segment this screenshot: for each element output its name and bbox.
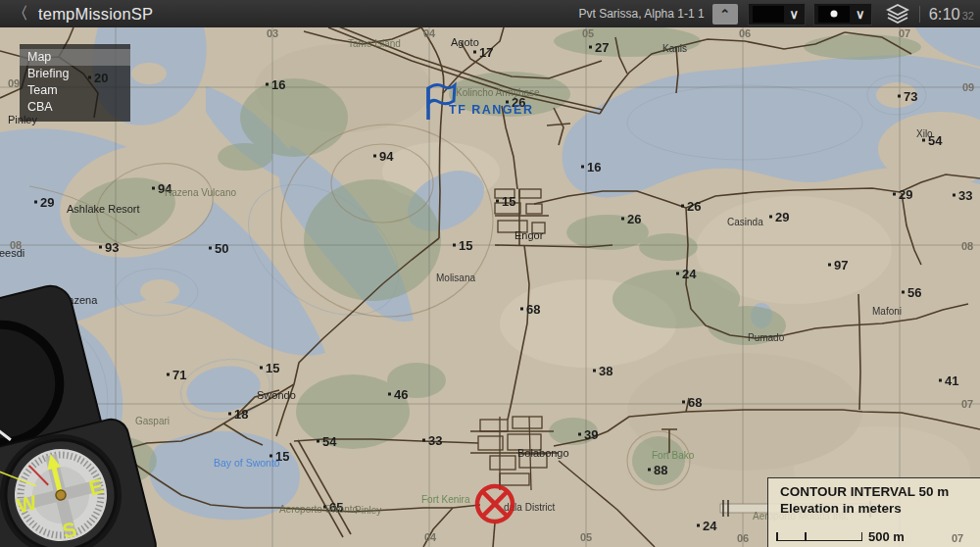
channel-swatch [753, 6, 784, 23]
chevron-down-icon: ∨ [790, 7, 800, 22]
dot-icon [831, 11, 838, 18]
menu-item-cba[interactable]: CBA [20, 99, 130, 116]
player-unit-label: Pvt Sarissa, Alpha 1-1 1 [579, 7, 705, 21]
chevron-down-icon: ∨ [856, 7, 865, 22]
scale-bar [776, 532, 862, 541]
menu-item-map[interactable]: Map [20, 49, 130, 66]
tf-ranger-flag-icon[interactable] [428, 84, 455, 120]
pause-menu: MapBriefingTeamCBA [20, 44, 130, 122]
mission-title: tempMissionSP [38, 5, 153, 24]
elevation-units-text: Elevation in meters [780, 501, 980, 516]
menu-item-briefing[interactable]: Briefing [20, 66, 130, 82]
clock-time: 6:10 [929, 5, 960, 24]
divider [919, 6, 920, 23]
compass[interactable]: W E S [0, 275, 160, 547]
map-overlay: W E S [0, 0, 980, 547]
top-bar: 〈 tempMissionSP Pvt Sarissa, Alpha 1-1 1… [0, 0, 980, 27]
scale-grid-number: 07 [952, 532, 963, 544]
mission-map-screen: 0304050607040506020908090807201617272673… [0, 0, 980, 547]
contour-interval-text: CONTOUR INTERVAL 50 m [780, 484, 980, 499]
clock-seconds: 32 [962, 10, 974, 22]
scale-label: 500 m [868, 529, 905, 544]
legend-panel: CONTOUR INTERVAL 50 m Elevation in meter… [767, 477, 980, 547]
objective-x-marker[interactable] [477, 486, 513, 522]
channel-dropdown[interactable]: ∨ [748, 3, 807, 25]
menu-item-team[interactable]: Team [20, 82, 130, 99]
marker-dropdown[interactable]: ∨ [813, 3, 872, 25]
marker-swatch [818, 6, 850, 23]
layers-icon[interactable] [886, 4, 909, 24]
back-icon[interactable]: 〈 [12, 0, 28, 27]
collapse-button[interactable]: ⌃ [712, 4, 738, 25]
